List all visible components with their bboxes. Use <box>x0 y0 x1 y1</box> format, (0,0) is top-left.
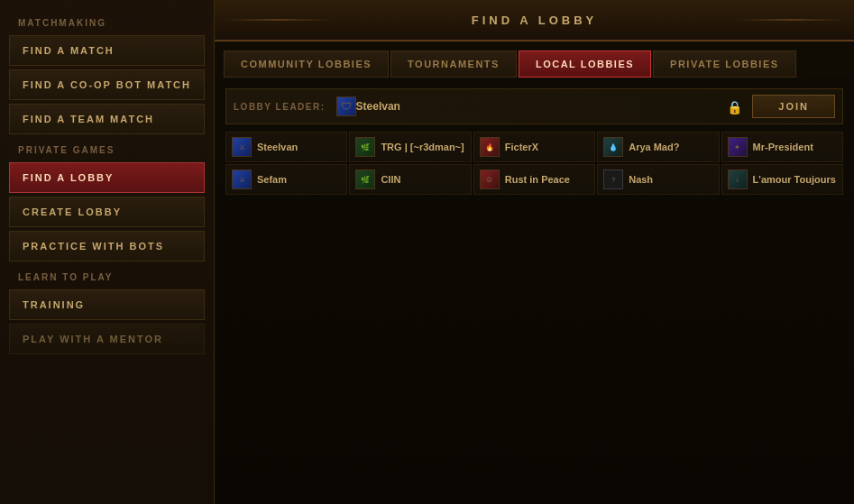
lobby-leader-avatar: 🛡 <box>336 96 356 116</box>
player-name: Steelvan <box>257 142 298 152</box>
tab-private-lobbies[interactable]: PRIVATE LOBBIES <box>653 50 796 78</box>
find-team-match-button[interactable]: FIND A TEAM MATCH <box>9 104 205 134</box>
find-co-op-bot-match-button[interactable]: FIND A CO-OP BOT MATCH <box>9 69 205 100</box>
lobby-leader-row: LOBBY LEADER: 🛡 Steelvan 🔒 JOIN <box>225 88 843 124</box>
table-row: ✦ Mr-President <box>721 132 843 162</box>
players-grid: ⚔ Steelvan 🌿 TRG | [~r3dman~] 🔥 FicterX … <box>225 132 843 195</box>
matchmaking-section-label: MATCHMAKING <box>0 9 214 33</box>
play-with-mentor-button[interactable]: PLAY WITH A MENTOR <box>9 324 205 354</box>
join-button[interactable]: JOIN <box>752 95 835 118</box>
main-title: FIND A LOBBY <box>472 14 597 27</box>
player-avatar: 🔥 <box>480 137 500 157</box>
table-row: ⚔ Steelvan <box>225 132 347 162</box>
create-lobby-button[interactable]: CREATE LOBBY <box>9 197 205 227</box>
player-name: Sefam <box>257 174 287 185</box>
practice-with-bots-button[interactable]: PRACTICE WITH BOTS <box>9 231 205 261</box>
player-name: FicterX <box>505 142 538 152</box>
find-a-lobby-button[interactable]: FIND A LOBBY <box>9 162 205 193</box>
private-games-section-label: PRIVATE GAMES <box>0 136 214 160</box>
player-name: Rust in Peace <box>505 174 570 185</box>
main-panel: FIND A LOBBY COMMUNITY LOBBIES TOURNAMEN… <box>215 0 854 504</box>
player-avatar: ⚔ <box>232 137 252 157</box>
table-row: 💧 Arya Mad? <box>597 132 719 162</box>
player-avatar: ? <box>603 170 623 189</box>
tabs-bar: COMMUNITY LOBBIES TOURNAMENTS LOCAL LOBB… <box>215 41 854 78</box>
player-name: Mr-President <box>753 142 813 152</box>
lobby-area: LOBBY LEADER: 🛡 Steelvan 🔒 JOIN ⚔ Steelv… <box>215 78 854 504</box>
table-row: ⚔ Sefam <box>225 164 347 195</box>
player-avatar: 💧 <box>603 137 623 157</box>
player-avatar: ✦ <box>728 137 748 157</box>
training-button[interactable]: TRAINING <box>9 289 205 320</box>
main-header: FIND A LOBBY <box>215 0 854 41</box>
player-name: TRG | [~r3dman~] <box>381 142 464 152</box>
lock-icon: 🔒 <box>727 100 739 113</box>
player-name: CIIN <box>381 174 400 185</box>
leader-avatar-icon: 🛡 <box>341 100 352 113</box>
learn-section-label: LEARN TO PLAY <box>0 263 214 288</box>
lobby-leader-name: Steelvan <box>356 100 728 113</box>
player-name: L'amour Toujours <box>753 174 836 185</box>
table-row: ♪ L'amour Toujours <box>721 164 843 195</box>
lobby-leader-label: LOBBY LEADER: <box>234 102 326 112</box>
table-row: 🌿 CIIN <box>349 164 471 195</box>
player-avatar: 🌿 <box>355 170 375 189</box>
table-row: ? Nash <box>597 164 719 195</box>
player-name: Nash <box>629 174 653 185</box>
tab-local-lobbies[interactable]: LOCAL LOBBIES <box>519 50 651 78</box>
player-avatar: ♪ <box>728 170 748 189</box>
table-row: 🔥 FicterX <box>473 132 595 162</box>
tab-community-lobbies[interactable]: COMMUNITY LOBBIES <box>224 50 389 78</box>
table-row: ☮ Rust in Peace <box>473 164 595 195</box>
table-row: 🌿 TRG | [~r3dman~] <box>349 132 471 162</box>
find-a-match-button[interactable]: FIND A MATCH <box>9 35 205 66</box>
player-avatar: ⚔ <box>232 170 252 189</box>
player-name: Arya Mad? <box>629 142 679 152</box>
tab-tournaments[interactable]: TOURNAMENTS <box>390 50 517 78</box>
sidebar: MATCHMAKING FIND A MATCH FIND A CO-OP BO… <box>0 0 215 504</box>
player-avatar: 🌿 <box>355 137 375 157</box>
player-avatar: ☮ <box>480 170 500 189</box>
